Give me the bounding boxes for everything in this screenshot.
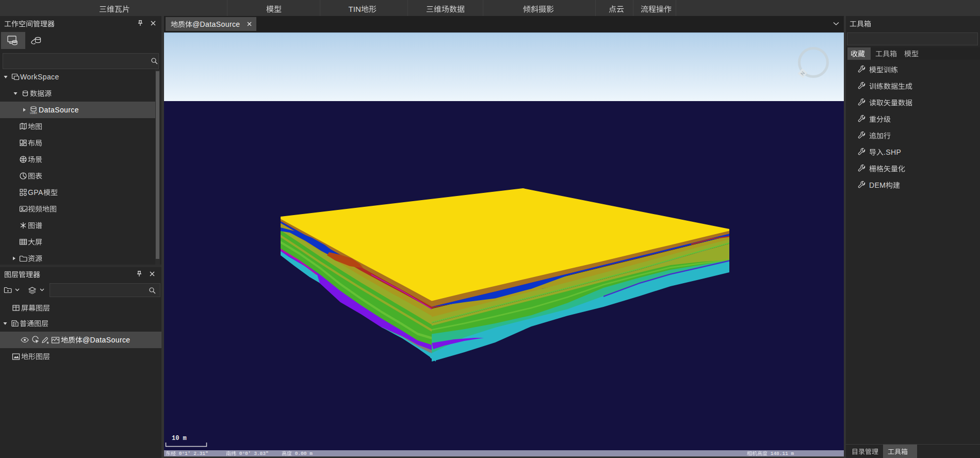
- svg-text:UDBX: UDBX: [30, 111, 38, 114]
